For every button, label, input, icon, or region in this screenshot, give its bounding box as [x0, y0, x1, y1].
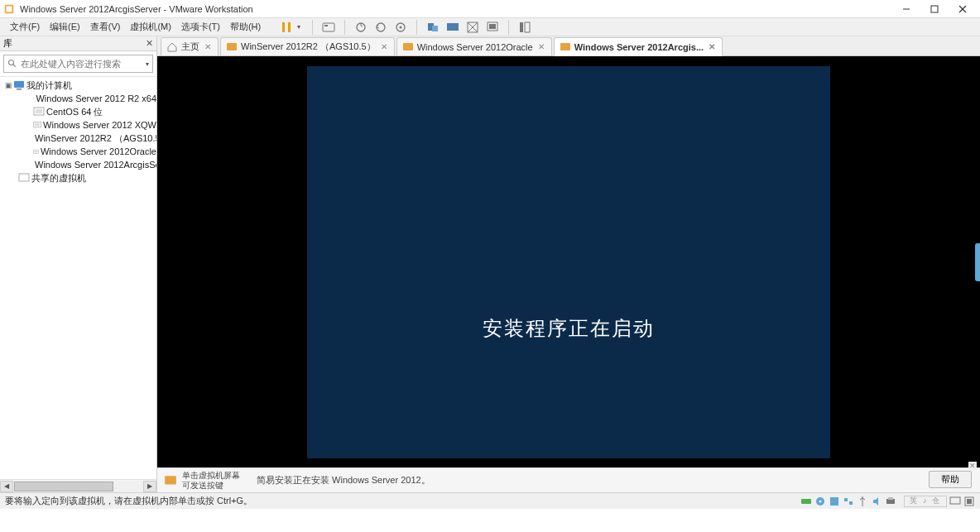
printer-icon[interactable]: [885, 496, 896, 507]
svg-rect-53: [967, 499, 972, 504]
vm-tab-icon: [226, 41, 238, 53]
snapshot-revert-button[interactable]: [372, 18, 390, 36]
menu-view[interactable]: 查看(V): [85, 19, 126, 35]
hint-close-button[interactable]: ✕: [968, 462, 977, 470]
svg-rect-47: [844, 498, 848, 501]
maximize-button[interactable]: [920, 0, 949, 18]
menu-file[interactable]: 文件(F): [5, 19, 45, 35]
tree-vm-item[interactable]: Windows Server 2012 XQW: [0, 118, 156, 132]
vm-tab-icon: [560, 41, 571, 53]
grab-input-icon[interactable]: [963, 496, 975, 507]
tree-root-mycomputer[interactable]: ▣ 我的计算机: [0, 79, 156, 92]
svg-point-22: [9, 60, 14, 65]
help-button[interactable]: 帮助: [929, 471, 972, 488]
svg-rect-6: [282, 22, 285, 32]
svg-rect-24: [14, 81, 24, 88]
pause-vm-button[interactable]: [277, 18, 295, 36]
scroll-thumb[interactable]: [14, 482, 113, 491]
tree-vm-item[interactable]: WinServer 2012R2 （AGS10.5）: [0, 132, 156, 145]
svg-rect-15: [432, 26, 438, 31]
snapshot-manager-button[interactable]: [392, 18, 410, 36]
window-controls: [892, 0, 977, 18]
menu-bar: 文件(F) 编辑(E) 查看(V) 虚拟机(M) 选项卡(T) 帮助(H) ▾: [0, 18, 980, 36]
snapshot-button[interactable]: [352, 18, 370, 36]
tab-vm-1[interactable]: WinServer 2012R2 （AGS10.5） ✕: [220, 37, 395, 55]
menu-edit[interactable]: 编辑(E): [45, 19, 85, 35]
status-bar: 要将输入定向到该虚拟机，请在虚拟机内部单击或按 Ctrl+G。 英 ♪ 仓: [0, 492, 980, 509]
cd-icon[interactable]: [814, 496, 826, 507]
search-box[interactable]: ▾: [3, 55, 153, 73]
collapse-icon[interactable]: ▣: [3, 81, 13, 89]
hint-icon: [164, 474, 177, 487]
search-dropdown[interactable]: ▾: [146, 60, 149, 68]
menu-help[interactable]: 帮助(H): [225, 19, 266, 35]
tab-close-button[interactable]: ✕: [204, 42, 211, 51]
hdd-icon[interactable]: [800, 496, 812, 507]
minimize-button[interactable]: [892, 0, 920, 18]
tab-vm-2[interactable]: Windows Server 2012Oracle ✕: [396, 37, 552, 55]
fit-guest-button[interactable]: [424, 18, 442, 36]
vm-console-view[interactable]: 安装程序正在启动: [157, 56, 980, 467]
console-view-button[interactable]: [483, 18, 502, 36]
svg-rect-40: [403, 43, 413, 50]
sidebar-header: 库 ✕: [0, 36, 156, 51]
guest-screen[interactable]: 安装程序正在启动: [307, 66, 830, 458]
scroll-left-button[interactable]: ◀: [0, 481, 13, 492]
svg-rect-39: [227, 43, 237, 50]
content-area: 主页 ✕ WinServer 2012R2 （AGS10.5） ✕ Window…: [157, 36, 980, 492]
svg-point-13: [400, 26, 402, 28]
hint-bar: ✕ 单击虚拟机屏幕 可发送按键 简易安装正在安装 Windows Server …: [157, 467, 980, 492]
tree-vm-item[interactable]: CentOS 64 位: [0, 105, 156, 118]
vmware-icon: [3, 3, 15, 15]
network-icon[interactable]: [843, 496, 854, 507]
library-sidebar: 库 ✕ ▾ ▣ 我的计算机 Windows Server 2012 R2 x64: [0, 36, 157, 492]
window-titlebar: Windows Server 2012ArcgisServer - VMware…: [0, 0, 980, 18]
panel-collapse-handle[interactable]: [975, 243, 980, 281]
svg-rect-31: [35, 123, 40, 127]
install-message: 简易安装正在安装 Windows Server 2012。: [257, 474, 430, 486]
fullscreen-button[interactable]: [444, 18, 462, 36]
svg-rect-16: [447, 23, 459, 31]
search-icon: [7, 59, 17, 69]
tab-close-button[interactable]: ✕: [538, 42, 545, 51]
window-title: Windows Server 2012ArcgisServer - VMware…: [20, 4, 253, 14]
menu-vm[interactable]: 虚拟机(M): [125, 19, 176, 35]
unity-button[interactable]: [464, 18, 482, 36]
search-input[interactable]: [21, 59, 142, 69]
svg-rect-8: [323, 23, 334, 31]
status-text: 要将输入定向到该虚拟机，请在虚拟机内部单击或按 Ctrl+G。: [5, 495, 252, 507]
scroll-right-button[interactable]: ▶: [143, 481, 156, 492]
tree-vm-item[interactable]: Windows Server 2012 R2 x64: [0, 92, 156, 105]
svg-rect-38: [19, 174, 29, 181]
tab-close-button[interactable]: ✕: [381, 42, 387, 51]
usb-icon[interactable]: [857, 496, 868, 507]
tree-shared-vms[interactable]: 共享的虚拟机: [0, 171, 156, 185]
library-toggle-button[interactable]: [516, 18, 534, 36]
hint-text: 单击虚拟机屏幕 可发送按键: [182, 471, 240, 491]
floppy-icon[interactable]: [829, 496, 840, 507]
close-button[interactable]: [949, 0, 977, 18]
vm-icon: [33, 119, 41, 131]
svg-rect-27: [33, 98, 34, 99]
sidebar-horizontal-scrollbar[interactable]: ◀ ▶: [0, 479, 156, 492]
status-device-icons: 英 ♪ 仓: [800, 496, 975, 507]
svg-rect-3: [931, 6, 938, 12]
pause-dropdown[interactable]: ▾: [297, 23, 305, 31]
svg-rect-21: [525, 22, 530, 32]
tab-vm-active[interactable]: Windows Server 2012Arcgis... ✕: [554, 37, 723, 56]
svg-line-23: [13, 65, 16, 67]
tab-close-button[interactable]: ✕: [709, 42, 715, 51]
sound-icon[interactable]: [871, 496, 882, 507]
guest-installer-message: 安装程序正在启动: [483, 315, 655, 342]
sidebar-title: 库: [3, 37, 12, 50]
tab-home[interactable]: 主页 ✕: [161, 37, 219, 55]
send-ctrl-alt-del-button[interactable]: [319, 18, 338, 36]
vm-tree: ▣ 我的计算机 Windows Server 2012 R2 x64 CentO…: [0, 77, 156, 479]
display-icon[interactable]: [949, 496, 961, 507]
ime-indicator[interactable]: 英 ♪ 仓: [904, 496, 947, 507]
tree-vm-item[interactable]: Windows Server 2012Oracle: [0, 145, 156, 158]
computer-icon: [13, 79, 25, 91]
sidebar-close-button[interactable]: ✕: [146, 38, 153, 49]
tree-vm-item[interactable]: Windows Server 2012ArcgisServer: [0, 158, 156, 171]
menu-tabs[interactable]: 选项卡(T): [176, 19, 225, 35]
